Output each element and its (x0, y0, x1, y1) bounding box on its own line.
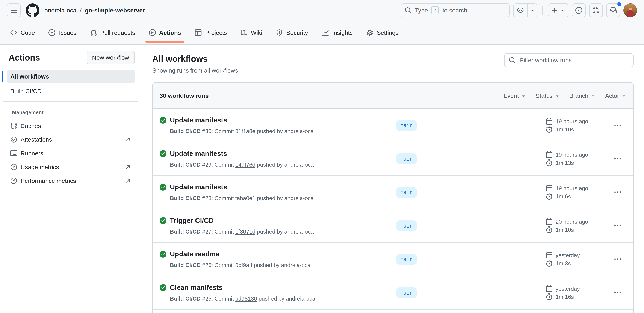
stopwatch-icon (546, 193, 552, 200)
workflow-nav-item[interactable]: Build CI/CD (7, 84, 135, 98)
repo-nav-tab[interactable]: Pull requests (87, 21, 138, 44)
copilot-dropdown-button[interactable] (527, 4, 537, 17)
breadcrumb-repo-link[interactable]: go-simple-webserver (85, 7, 145, 14)
run-title-link[interactable]: Trigger CI/CD (170, 215, 314, 226)
management-item[interactable]: Caches (7, 119, 135, 133)
management-item[interactable]: Runners (7, 146, 135, 160)
commit-link[interactable]: 1f3071d (235, 228, 256, 235)
tab-label: Security (286, 29, 308, 36)
filter-label: Branch (569, 92, 588, 99)
management-item-label: Runners (20, 150, 43, 157)
commit-link[interactable]: 147f76d (235, 161, 256, 168)
run-options-kebab-button[interactable] (611, 219, 625, 232)
commit-link[interactable]: faba0e1 (235, 195, 256, 201)
shield-icon (276, 29, 283, 36)
commit-link[interactable]: 01f1a8e (235, 128, 256, 134)
run-age-text: yesterday (556, 285, 580, 292)
run-branch-column: main (396, 287, 417, 298)
workflow-run-row: Update manifests Build CI/CD #28: Commit… (153, 176, 633, 209)
runs-filter-dropdown[interactable]: Event (504, 92, 526, 99)
repo-nav-tab[interactable]: Code (7, 21, 38, 44)
run-title-link[interactable]: Update manifests (170, 182, 314, 192)
breadcrumb-owner-link[interactable]: andreia-oca (44, 7, 76, 14)
branch-badge[interactable]: main (396, 153, 417, 164)
runs-filter-dropdown[interactable]: Actor (605, 92, 626, 99)
run-description: Build CI/CD #27: Commit 1f3071d pushed b… (170, 228, 314, 236)
run-title-link[interactable]: Update manifests (170, 149, 314, 159)
repo-nav-tab[interactable]: Issues (45, 21, 80, 44)
copilot-button[interactable] (514, 4, 527, 17)
triangle-down-icon (621, 93, 626, 98)
filter-label: Status (536, 92, 552, 99)
management-item[interactable]: Performance metrics (7, 174, 135, 188)
run-duration-text: 1m 3s (556, 260, 571, 266)
run-timing: yesterday 1m 3s (546, 252, 609, 267)
database-icon (10, 122, 17, 129)
calendar-icon (546, 118, 552, 125)
tab-label: Wiki (251, 29, 262, 36)
run-options-kebab-button[interactable] (611, 185, 625, 199)
arrow-up-right-icon (124, 177, 131, 184)
global-header: andreia-oca / go-simple-webserver Type /… (0, 0, 644, 21)
tab-label: Issues (59, 29, 76, 36)
run-workflow-name: Build CI/CD (170, 262, 200, 268)
branch-badge[interactable]: main (396, 187, 417, 198)
new-workflow-button[interactable]: New workflow (86, 51, 135, 64)
run-age: 19 hours ago (546, 185, 609, 191)
workflow-run-row: Update readme Build CI/CD #26: Commit 0b… (153, 243, 633, 276)
run-age-text: 19 hours ago (556, 185, 588, 191)
calendar-icon (546, 218, 552, 225)
run-branch-column: main (396, 120, 417, 131)
run-summary: Clean manifests Build CI/CD #25: Commit … (160, 282, 396, 303)
filter-workflow-runs-input[interactable] (519, 56, 629, 64)
branch-badge[interactable]: main (396, 287, 417, 298)
calendar-icon (546, 285, 552, 292)
hamburger-menu-button[interactable] (7, 4, 20, 17)
management-item[interactable]: Attestations (7, 133, 135, 146)
tab-label: Pull requests (100, 29, 135, 36)
run-title-link[interactable]: Update manifests (170, 115, 314, 125)
pull-requests-header-button[interactable] (589, 4, 603, 17)
global-search-input[interactable]: Type / to search (401, 4, 510, 17)
avatar[interactable] (624, 4, 637, 17)
arrow-up-right-icon (124, 164, 131, 170)
kebab-horizontal-icon (614, 155, 621, 162)
create-new-button[interactable] (548, 4, 568, 17)
kebab-horizontal-icon (614, 222, 621, 229)
repo-nav-tab[interactable]: Projects (191, 21, 230, 44)
issues-header-button[interactable] (572, 4, 586, 17)
run-options-kebab-button[interactable] (611, 152, 625, 166)
branch-badge[interactable]: main (396, 120, 417, 131)
repo-nav-tab[interactable]: Wiki (237, 21, 266, 44)
run-options-kebab-button[interactable] (611, 118, 625, 132)
runs-filter-dropdown[interactable]: Branch (569, 92, 596, 99)
repo-nav-tab[interactable]: Insights (318, 21, 356, 44)
run-title-link[interactable]: Update readme (170, 249, 311, 259)
run-title-link[interactable]: Clean manifests (170, 282, 315, 293)
success-check-icon (160, 284, 166, 303)
run-options-kebab-button[interactable] (611, 252, 625, 266)
copilot-icon (517, 7, 524, 14)
run-description: Build CI/CD #25: Commit bd98130 pushed b… (170, 295, 315, 303)
page-title: All workflows (152, 53, 238, 64)
workflow-nav-item[interactable]: All workflows (7, 70, 135, 83)
run-pushed-by-text: pushed by andreia-oca (256, 195, 314, 201)
repo-nav-tab[interactable]: Security (272, 21, 311, 44)
runs-filter-dropdown[interactable]: Status (536, 92, 560, 99)
branch-badge[interactable]: main (396, 220, 417, 231)
run-pushed-by-text: pushed by andreia-oca (256, 228, 314, 235)
filter-label: Event (504, 92, 519, 99)
search-placeholder-suffix: to search (442, 7, 467, 14)
repo-nav-tab[interactable]: Settings (363, 21, 402, 44)
inbox-button[interactable] (606, 4, 620, 17)
github-logo-icon[interactable] (26, 4, 40, 17)
branch-badge[interactable]: main (396, 253, 417, 265)
run-timing: 19 hours ago 1m 13s (546, 151, 609, 166)
run-options-kebab-button[interactable] (611, 286, 625, 299)
repo-nav-tab[interactable]: Actions (146, 21, 185, 44)
management-item[interactable]: Usage metrics (7, 160, 135, 174)
workflow-nav-label: All workflows (10, 73, 49, 80)
commit-link[interactable]: 0bf9aff (235, 262, 252, 268)
run-duration: 1m 3s (546, 260, 609, 267)
commit-link[interactable]: bd98130 (235, 295, 257, 302)
